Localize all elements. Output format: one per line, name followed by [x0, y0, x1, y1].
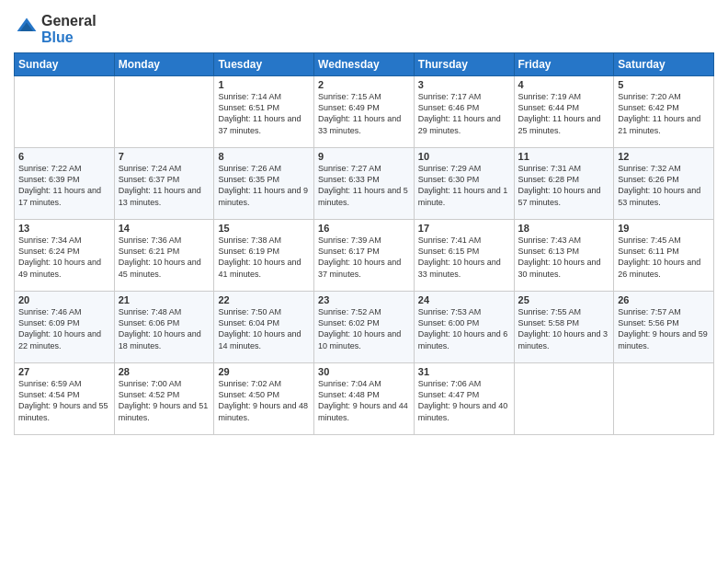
- day-cell: 4Sunrise: 7:19 AM Sunset: 6:44 PM Daylig…: [514, 76, 614, 148]
- day-cell: 18Sunrise: 7:43 AM Sunset: 6:13 PM Dayli…: [514, 220, 614, 292]
- day-cell: [15, 76, 115, 148]
- day-number: 10: [418, 151, 510, 162]
- day-info: Sunrise: 7:39 AM Sunset: 6:17 PM Dayligh…: [318, 235, 410, 280]
- day-number: 4: [518, 79, 610, 90]
- day-cell: 26Sunrise: 7:57 AM Sunset: 5:56 PM Dayli…: [614, 292, 714, 363]
- weekday-header-thursday: Thursday: [414, 53, 514, 76]
- day-number: 27: [18, 366, 110, 377]
- day-info: Sunrise: 7:17 AM Sunset: 6:46 PM Dayligh…: [418, 91, 510, 136]
- day-number: 3: [418, 79, 510, 90]
- day-cell: 31Sunrise: 7:06 AM Sunset: 4:47 PM Dayli…: [414, 363, 514, 435]
- day-number: 26: [618, 294, 710, 305]
- week-row-5: 27Sunrise: 6:59 AM Sunset: 4:54 PM Dayli…: [15, 363, 714, 435]
- day-info: Sunrise: 7:48 AM Sunset: 6:06 PM Dayligh…: [119, 306, 210, 351]
- day-cell: 27Sunrise: 6:59 AM Sunset: 4:54 PM Dayli…: [15, 363, 115, 435]
- day-info: Sunrise: 7:57 AM Sunset: 5:56 PM Dayligh…: [618, 306, 710, 351]
- day-number: 21: [119, 294, 210, 305]
- day-number: 17: [418, 223, 510, 234]
- day-cell: 20Sunrise: 7:46 AM Sunset: 6:09 PM Dayli…: [15, 292, 115, 363]
- day-cell: 12Sunrise: 7:32 AM Sunset: 6:26 PM Dayli…: [614, 148, 714, 220]
- day-number: 29: [218, 366, 310, 377]
- day-number: 13: [18, 223, 110, 234]
- day-cell: 23Sunrise: 7:52 AM Sunset: 6:02 PM Dayli…: [314, 292, 415, 363]
- day-cell: [514, 363, 614, 435]
- day-number: 31: [418, 366, 510, 377]
- day-cell: 15Sunrise: 7:38 AM Sunset: 6:19 PM Dayli…: [214, 220, 314, 292]
- day-number: 20: [18, 294, 110, 305]
- day-number: 8: [218, 151, 310, 162]
- week-row-1: 1Sunrise: 7:14 AM Sunset: 6:51 PM Daylig…: [15, 76, 714, 148]
- day-info: Sunrise: 7:26 AM Sunset: 6:35 PM Dayligh…: [218, 163, 310, 208]
- day-info: Sunrise: 7:55 AM Sunset: 5:58 PM Dayligh…: [518, 306, 610, 351]
- day-cell: 2Sunrise: 7:15 AM Sunset: 6:49 PM Daylig…: [314, 76, 415, 148]
- day-info: Sunrise: 7:22 AM Sunset: 6:39 PM Dayligh…: [18, 163, 110, 208]
- day-cell: 1Sunrise: 7:14 AM Sunset: 6:51 PM Daylig…: [214, 76, 314, 148]
- day-cell: 10Sunrise: 7:29 AM Sunset: 6:30 PM Dayli…: [414, 148, 514, 220]
- day-info: Sunrise: 7:52 AM Sunset: 6:02 PM Dayligh…: [318, 306, 410, 351]
- day-info: Sunrise: 7:45 AM Sunset: 6:11 PM Dayligh…: [618, 235, 710, 280]
- weekday-header-row: SundayMondayTuesdayWednesdayThursdayFrid…: [15, 53, 714, 76]
- day-number: 9: [318, 151, 410, 162]
- day-info: Sunrise: 7:24 AM Sunset: 6:37 PM Dayligh…: [119, 163, 210, 208]
- weekday-header-wednesday: Wednesday: [314, 53, 415, 76]
- day-cell: 8Sunrise: 7:26 AM Sunset: 6:35 PM Daylig…: [214, 148, 314, 220]
- logo-icon: [16, 17, 38, 39]
- day-cell: 14Sunrise: 7:36 AM Sunset: 6:21 PM Dayli…: [114, 220, 214, 292]
- day-number: 24: [418, 294, 510, 305]
- day-info: Sunrise: 6:59 AM Sunset: 4:54 PM Dayligh…: [18, 378, 110, 423]
- day-number: 14: [119, 223, 210, 234]
- day-number: 25: [518, 294, 610, 305]
- day-info: Sunrise: 7:34 AM Sunset: 6:24 PM Dayligh…: [18, 235, 110, 280]
- day-info: Sunrise: 7:32 AM Sunset: 6:26 PM Dayligh…: [618, 163, 710, 208]
- calendar-table: SundayMondayTuesdayWednesdayThursdayFrid…: [14, 52, 714, 435]
- weekday-header-sunday: Sunday: [15, 53, 115, 76]
- logo-general: General: [41, 13, 97, 29]
- day-cell: 5Sunrise: 7:20 AM Sunset: 6:42 PM Daylig…: [614, 76, 714, 148]
- day-info: Sunrise: 7:04 AM Sunset: 4:48 PM Dayligh…: [318, 378, 410, 423]
- day-number: 19: [618, 223, 710, 234]
- weekday-header-saturday: Saturday: [614, 53, 714, 76]
- day-info: Sunrise: 7:29 AM Sunset: 6:30 PM Dayligh…: [418, 163, 510, 208]
- day-info: Sunrise: 7:27 AM Sunset: 6:33 PM Dayligh…: [318, 163, 410, 208]
- day-cell: 13Sunrise: 7:34 AM Sunset: 6:24 PM Dayli…: [15, 220, 115, 292]
- day-number: 28: [119, 366, 210, 377]
- day-info: Sunrise: 7:53 AM Sunset: 6:00 PM Dayligh…: [418, 306, 510, 351]
- day-number: 5: [618, 79, 710, 90]
- day-cell: 24Sunrise: 7:53 AM Sunset: 6:00 PM Dayli…: [414, 292, 514, 363]
- week-row-4: 20Sunrise: 7:46 AM Sunset: 6:09 PM Dayli…: [15, 292, 714, 363]
- weekday-header-tuesday: Tuesday: [214, 53, 314, 76]
- day-number: 30: [318, 366, 410, 377]
- day-info: Sunrise: 7:31 AM Sunset: 6:28 PM Dayligh…: [518, 163, 610, 208]
- week-row-2: 6Sunrise: 7:22 AM Sunset: 6:39 PM Daylig…: [15, 148, 714, 220]
- day-cell: [614, 363, 714, 435]
- day-info: Sunrise: 7:14 AM Sunset: 6:51 PM Dayligh…: [218, 91, 310, 136]
- day-info: Sunrise: 7:02 AM Sunset: 4:50 PM Dayligh…: [218, 378, 310, 423]
- day-cell: 21Sunrise: 7:48 AM Sunset: 6:06 PM Dayli…: [114, 292, 214, 363]
- day-number: 12: [618, 151, 710, 162]
- day-cell: 6Sunrise: 7:22 AM Sunset: 6:39 PM Daylig…: [15, 148, 115, 220]
- day-number: 2: [318, 79, 410, 90]
- day-info: Sunrise: 7:15 AM Sunset: 6:49 PM Dayligh…: [318, 91, 410, 136]
- header: General Blue: [14, 9, 714, 45]
- day-info: Sunrise: 7:50 AM Sunset: 6:04 PM Dayligh…: [218, 306, 310, 351]
- day-number: 23: [318, 294, 410, 305]
- day-info: Sunrise: 7:00 AM Sunset: 4:52 PM Dayligh…: [119, 378, 210, 423]
- day-number: 18: [518, 223, 610, 234]
- day-cell: 22Sunrise: 7:50 AM Sunset: 6:04 PM Dayli…: [214, 292, 314, 363]
- day-number: 16: [318, 223, 410, 234]
- page: General Blue SundayMondayTuesdayWednesda…: [0, 0, 728, 563]
- day-number: 7: [119, 151, 210, 162]
- day-cell: 25Sunrise: 7:55 AM Sunset: 5:58 PM Dayli…: [514, 292, 614, 363]
- day-info: Sunrise: 7:36 AM Sunset: 6:21 PM Dayligh…: [119, 235, 210, 280]
- day-info: Sunrise: 7:41 AM Sunset: 6:15 PM Dayligh…: [418, 235, 510, 280]
- day-cell: 28Sunrise: 7:00 AM Sunset: 4:52 PM Dayli…: [114, 363, 214, 435]
- day-info: Sunrise: 7:38 AM Sunset: 6:19 PM Dayligh…: [218, 235, 310, 280]
- day-cell: [114, 76, 214, 148]
- day-cell: 29Sunrise: 7:02 AM Sunset: 4:50 PM Dayli…: [214, 363, 314, 435]
- day-cell: 3Sunrise: 7:17 AM Sunset: 6:46 PM Daylig…: [414, 76, 514, 148]
- day-info: Sunrise: 7:20 AM Sunset: 6:42 PM Dayligh…: [618, 91, 710, 136]
- day-cell: 17Sunrise: 7:41 AM Sunset: 6:15 PM Dayli…: [414, 220, 514, 292]
- day-info: Sunrise: 7:46 AM Sunset: 6:09 PM Dayligh…: [18, 306, 110, 351]
- day-cell: 7Sunrise: 7:24 AM Sunset: 6:37 PM Daylig…: [114, 148, 214, 220]
- day-info: Sunrise: 7:19 AM Sunset: 6:44 PM Dayligh…: [518, 91, 610, 136]
